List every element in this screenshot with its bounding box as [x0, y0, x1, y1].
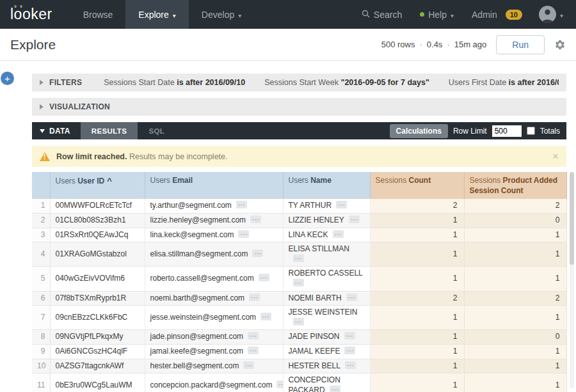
cell-product-added-session-count[interactable]: 1	[464, 344, 566, 359]
totals-checkbox[interactable]	[527, 127, 535, 135]
cell-name[interactable]: HESTER BELL	[283, 359, 370, 373]
cell-product-added-session-count[interactable]: 0	[464, 213, 566, 228]
filter-item[interactable]: Sessions Start Week "2016-09-05 for 7 da…	[264, 78, 429, 87]
cell-name[interactable]: ROBERTO CASSELL	[283, 267, 370, 291]
nav-search[interactable]: Search	[353, 0, 411, 29]
cell-sessions-count[interactable]: 1	[370, 359, 464, 373]
cell-menu-icon[interactable]	[344, 347, 355, 354]
cell-sessions-count[interactable]: 1	[370, 344, 464, 359]
cell-email[interactable]: roberto.cassell@segment.com	[145, 267, 283, 291]
cell-menu-icon[interactable]	[259, 274, 269, 281]
cell-menu-icon[interactable]	[336, 201, 347, 208]
nav-help[interactable]: Help	[411, 0, 463, 29]
cell-product-added-session-count[interactable]: 1	[464, 373, 566, 392]
cell-email[interactable]: noemi.barth@segment.com	[145, 291, 283, 306]
cell-menu-icon[interactable]	[293, 318, 304, 325]
cell-name[interactable]: TY ARTHUR	[283, 199, 370, 213]
cell-email[interactable]: lizzie.henley@segment.com	[145, 213, 283, 228]
cell-email[interactable]: elisa.stillman@segment.com	[145, 242, 283, 267]
cell-name[interactable]: ELISA STILLMAN	[283, 242, 370, 267]
nav-develop[interactable]: Develop	[189, 0, 254, 29]
cell-product-added-session-count[interactable]: 1	[464, 267, 566, 291]
cell-menu-icon[interactable]	[276, 380, 283, 388]
cell-sessions-count[interactable]: 2	[370, 291, 464, 306]
expand-arrow-icon[interactable]	[40, 80, 44, 85]
cell-email[interactable]: jesse.weinstein@segment.com	[145, 306, 283, 330]
table-scrollbar[interactable]	[570, 172, 574, 388]
table-row[interactable]: 401XRAGoMGstabzolelisa.stillman@segment.…	[32, 242, 566, 267]
user-avatar[interactable]	[531, 0, 571, 29]
table-row[interactable]: 809NGVtjPfLPkqxMyjade.pinson@segment.com…	[32, 330, 566, 345]
table-row[interactable]: 709cnEBzzCLKk6FbCjesse.weinstein@segment…	[32, 306, 566, 330]
data-section-toggle[interactable]: DATA	[32, 122, 81, 139]
cell-menu-icon[interactable]	[345, 361, 356, 369]
cell-email[interactable]: concepcion.packard@segment.com	[145, 373, 283, 392]
cell-user-id[interactable]: 09NGVtjPfLPkqxMy	[50, 330, 145, 345]
table-row[interactable]: 110bE3ru0WCg5LauWMconcepcion.packard@seg…	[32, 373, 566, 392]
close-icon[interactable]	[552, 151, 559, 162]
cell-user-id[interactable]: 0AZSG7ttagcnkAWf	[50, 359, 145, 373]
table-row[interactable]: 607f8bTSXmRyprb1Rnoemi.barth@segment.com…	[32, 291, 566, 306]
looker-logo[interactable]: looker	[0, 0, 70, 29]
cell-product-added-session-count[interactable]: 0	[464, 330, 566, 345]
table-row[interactable]: 301RSxRrt0QEAwJCqlina.keck@segment.comLI…	[32, 228, 566, 242]
column-header-name[interactable]: Users Name	[283, 172, 370, 199]
table-row[interactable]: 90Ai6GNCGszHC4qlFjamal.keefe@segment.com…	[32, 344, 566, 359]
add-button[interactable]	[1, 72, 14, 85]
table-row[interactable]: 100AZSG7ttagcnkAWfhester.bell@segment.co…	[32, 359, 566, 373]
cell-menu-icon[interactable]	[250, 216, 261, 223]
table-row[interactable]: 201CL80b08Sz3Bzh1lizzie.henley@segment.c…	[32, 213, 566, 228]
cell-sessions-count[interactable]: 1	[370, 330, 464, 345]
cell-user-id[interactable]: 040wGzEivVOVifm6	[50, 267, 145, 291]
cell-email[interactable]: jade.pinson@segment.com	[145, 330, 283, 345]
cell-user-id[interactable]: 07f8bTSXmRyprb1R	[50, 291, 145, 306]
cell-sessions-count[interactable]: 1	[370, 267, 464, 291]
cell-sessions-count[interactable]: 2	[370, 199, 464, 213]
filters-label[interactable]: FILTERS	[49, 78, 82, 87]
column-header-user-id[interactable]: Users User ID	[50, 172, 145, 199]
cell-menu-icon[interactable]	[252, 249, 263, 257]
cell-email[interactable]: lina.keck@segment.com	[145, 228, 283, 242]
cell-menu-icon[interactable]	[236, 201, 247, 208]
cell-name[interactable]: JESSE WEINSTEIN	[283, 306, 370, 330]
cell-email[interactable]: jamal.keefe@segment.com	[145, 344, 283, 359]
cell-sessions-count[interactable]: 1	[370, 373, 464, 392]
row-limit-input[interactable]	[492, 125, 522, 137]
cell-user-id[interactable]: 00MWWFOLRcETcTcf	[50, 199, 145, 213]
filter-item[interactable]: Sessions Start Date is after 2016/09/10	[104, 78, 245, 87]
column-header-product-added-session-count[interactable]: Sessions Product Added Session Count	[464, 172, 566, 199]
tab-sql[interactable]: SQL	[138, 122, 175, 139]
scrollbar-thumb[interactable]	[570, 172, 574, 265]
cell-menu-icon[interactable]	[248, 332, 259, 340]
cell-menu-icon[interactable]	[293, 255, 304, 262]
cell-product-added-session-count[interactable]: 2	[464, 199, 566, 213]
cell-menu-icon[interactable]	[344, 332, 355, 340]
cell-menu-icon[interactable]	[346, 294, 357, 301]
cell-email[interactable]: hester.bell@segment.com	[145, 359, 283, 373]
cell-user-id[interactable]: 09cnEBzzCLKk6FbC	[50, 306, 145, 330]
expand-arrow-icon[interactable]	[40, 104, 44, 109]
cell-email[interactable]: ty.arthur@segment.com	[145, 199, 283, 213]
cell-menu-icon[interactable]	[243, 361, 254, 369]
cell-product-added-session-count[interactable]: 1	[464, 306, 566, 330]
cell-user-id[interactable]: 01RSxRrt0QEAwJCq	[50, 228, 145, 242]
column-header-email[interactable]: Users Email	[145, 172, 283, 199]
cell-name[interactable]: JADE PINSON	[283, 330, 370, 345]
cell-menu-icon[interactable]	[248, 347, 259, 354]
calculations-button[interactable]: Calculations	[390, 124, 448, 138]
cell-name[interactable]: LIZZIE HENLEY	[283, 213, 370, 228]
cell-sessions-count[interactable]: 1	[370, 213, 464, 228]
run-button[interactable]: Run	[496, 35, 545, 54]
nav-admin[interactable]: Admin 10	[463, 0, 531, 29]
cell-menu-icon[interactable]	[293, 279, 304, 286]
cell-name[interactable]: JAMAL KEEFE	[283, 344, 370, 359]
nav-browse[interactable]: Browse	[70, 0, 126, 29]
column-header-sessions-count[interactable]: Sessions Count	[370, 172, 464, 199]
table-row[interactable]: 5040wGzEivVOVifm6roberto.cassell@segment…	[32, 267, 566, 291]
nav-explore[interactable]: Explore	[125, 0, 189, 29]
cell-product-added-session-count[interactable]: 2	[464, 291, 566, 306]
cell-product-added-session-count[interactable]: 1	[464, 228, 566, 242]
visualization-label[interactable]: VISUALIZATION	[49, 102, 110, 111]
cell-name[interactable]: LINA KECK	[283, 228, 370, 242]
cell-user-id[interactable]: 01CL80b08Sz3Bzh1	[50, 213, 145, 228]
